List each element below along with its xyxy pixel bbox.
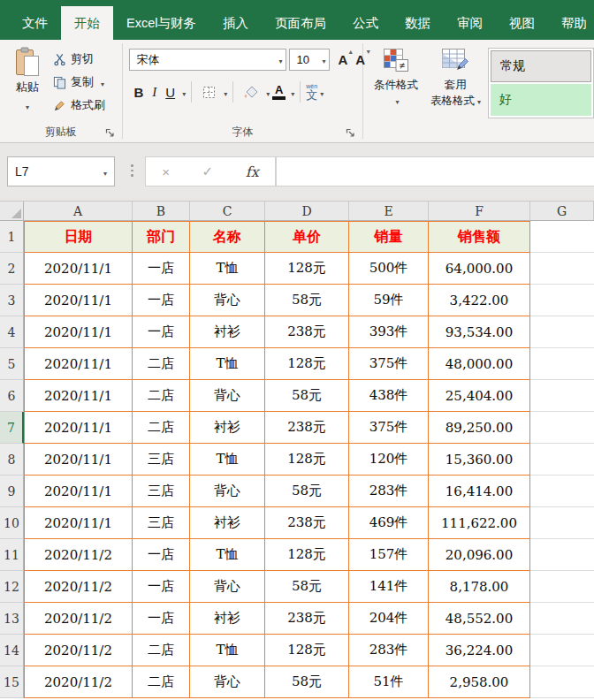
cell-empty[interactable] xyxy=(530,539,594,571)
cell-name[interactable]: T恤 xyxy=(190,539,265,571)
cell-price[interactable]: 238元 xyxy=(265,603,349,635)
cell-date[interactable]: 2020/11/2 xyxy=(24,666,133,698)
row-header[interactable]: 13 xyxy=(0,603,24,635)
row-header[interactable]: 8 xyxy=(0,444,24,476)
cell-sales[interactable]: 2,958.00 xyxy=(429,666,530,698)
font-name-combo[interactable]: 宋体 xyxy=(129,49,286,71)
cell-quantity[interactable]: 283件 xyxy=(349,635,429,666)
cell-empty[interactable] xyxy=(530,380,594,412)
cell-sales[interactable]: 16,414.00 xyxy=(429,476,530,507)
cell-quantity[interactable]: 469件 xyxy=(349,507,429,539)
tab-home[interactable]: 开始 xyxy=(61,6,113,40)
cell-name[interactable]: T恤 xyxy=(190,635,265,666)
header-cell-date[interactable]: 日期 xyxy=(24,221,133,253)
cell-name[interactable]: 背心 xyxy=(190,285,265,316)
row-header[interactable]: 7 xyxy=(0,412,24,444)
cell-quantity[interactable]: 157件 xyxy=(349,539,429,571)
header-cell-price[interactable]: 单价 xyxy=(265,221,349,253)
tab-review[interactable]: 审阅 xyxy=(444,6,496,40)
cell-date[interactable]: 2020/11/1 xyxy=(24,444,133,476)
cell-department[interactable]: 二店 xyxy=(133,348,190,380)
cell-empty[interactable] xyxy=(530,221,594,253)
cell-sales[interactable]: 8,178.00 xyxy=(429,571,530,603)
cell-quantity[interactable]: 375件 xyxy=(349,348,429,380)
paste-button[interactable]: 粘贴 xyxy=(7,47,48,113)
row-header[interactable]: 5 xyxy=(0,348,24,380)
cell-quantity[interactable]: 204件 xyxy=(349,603,429,635)
cell-price[interactable]: 128元 xyxy=(265,444,349,476)
cell-name[interactable]: 背心 xyxy=(190,380,265,412)
cell-empty[interactable] xyxy=(530,603,594,635)
italic-button[interactable]: I xyxy=(148,85,161,100)
copy-button[interactable]: 复制 xyxy=(53,71,105,94)
insert-function-icon[interactable]: fx xyxy=(246,164,259,180)
cell-department[interactable]: 一店 xyxy=(133,539,190,571)
cell-name[interactable]: 背心 xyxy=(190,571,265,603)
cell-department[interactable]: 一店 xyxy=(133,316,190,348)
cell-price[interactable]: 128元 xyxy=(265,635,349,666)
column-header-f[interactable]: F xyxy=(429,202,530,220)
cell-department[interactable]: 二店 xyxy=(133,666,190,698)
header-cell-name[interactable]: 名称 xyxy=(190,221,265,253)
row-header[interactable]: 12 xyxy=(0,571,24,603)
cell-quantity[interactable]: 375件 xyxy=(349,412,429,444)
cell-empty[interactable] xyxy=(530,316,594,348)
cell-name[interactable]: 衬衫 xyxy=(190,603,265,635)
cell-price[interactable]: 58元 xyxy=(265,285,349,316)
cell-date[interactable]: 2020/11/1 xyxy=(24,380,133,412)
cell-price[interactable]: 238元 xyxy=(265,412,349,444)
dialog-launcher-icon[interactable] xyxy=(105,128,115,138)
cell-department[interactable]: 三店 xyxy=(133,476,190,507)
cell-price[interactable]: 238元 xyxy=(265,316,349,348)
cell-empty[interactable] xyxy=(530,253,594,285)
cell-price[interactable]: 58元 xyxy=(265,380,349,412)
cell-date[interactable]: 2020/11/1 xyxy=(24,285,133,316)
cell-name[interactable]: 背心 xyxy=(190,666,265,698)
cell-price[interactable]: 238元 xyxy=(265,507,349,539)
tab-file[interactable]: 文件 xyxy=(9,6,61,40)
cell-date[interactable]: 2020/11/1 xyxy=(24,476,133,507)
row-header[interactable]: 9 xyxy=(0,476,24,507)
fill-color-button[interactable] xyxy=(239,85,263,99)
cancel-icon[interactable]: × xyxy=(162,164,170,179)
bold-button[interactable]: B xyxy=(129,85,148,100)
cell-department[interactable]: 一店 xyxy=(133,603,190,635)
row-header[interactable]: 4 xyxy=(0,316,24,348)
cell-empty[interactable] xyxy=(530,666,594,698)
column-header-e[interactable]: E xyxy=(349,202,429,220)
row-header[interactable]: 2 xyxy=(0,253,24,285)
enter-icon[interactable]: ✓ xyxy=(202,164,214,179)
tab-formulas[interactable]: 公式 xyxy=(339,6,392,40)
column-header-c[interactable]: C xyxy=(190,202,265,220)
borders-button[interactable] xyxy=(197,85,221,100)
cell-name[interactable]: 衬衫 xyxy=(190,316,265,348)
cell-empty[interactable] xyxy=(530,476,594,507)
conditional-formatting-button[interactable]: ≠ 条件格式 xyxy=(374,40,418,109)
cell-price[interactable]: 128元 xyxy=(265,253,349,285)
row-header[interactable]: 6 xyxy=(0,380,24,412)
cell-date[interactable]: 2020/11/1 xyxy=(24,348,133,380)
cell-name[interactable]: 衬衫 xyxy=(190,507,265,539)
cell-quantity[interactable]: 283件 xyxy=(349,476,429,507)
row-header[interactable]: 11 xyxy=(0,539,24,571)
cell-sales[interactable]: 25,404.00 xyxy=(429,380,530,412)
cell-date[interactable]: 2020/11/2 xyxy=(24,571,133,603)
tab-data[interactable]: 数据 xyxy=(392,6,444,40)
row-header[interactable]: 3 xyxy=(0,285,24,316)
cell-sales[interactable]: 36,224.00 xyxy=(429,635,530,666)
tab-excel-finance[interactable]: Excel与财务 xyxy=(113,6,209,40)
column-header-b[interactable]: B xyxy=(133,202,190,220)
header-cell-sales[interactable]: 销售额 xyxy=(429,221,530,253)
cell-empty[interactable] xyxy=(530,635,594,666)
cell-quantity[interactable]: 51件 xyxy=(349,666,429,698)
cell-quantity[interactable]: 141件 xyxy=(349,571,429,603)
font-color-button[interactable]: A xyxy=(270,84,288,100)
cell-sales[interactable]: 64,000.00 xyxy=(429,253,530,285)
cell-sales[interactable]: 89,250.00 xyxy=(429,412,530,444)
cell-date[interactable]: 2020/11/1 xyxy=(24,507,133,539)
cell-name[interactable]: T恤 xyxy=(190,253,265,285)
cell-department[interactable]: 三店 xyxy=(133,444,190,476)
tab-insert[interactable]: 插入 xyxy=(209,6,262,40)
cell-date[interactable]: 2020/11/2 xyxy=(24,635,133,666)
formula-bar-resize-handle[interactable] xyxy=(131,164,133,177)
